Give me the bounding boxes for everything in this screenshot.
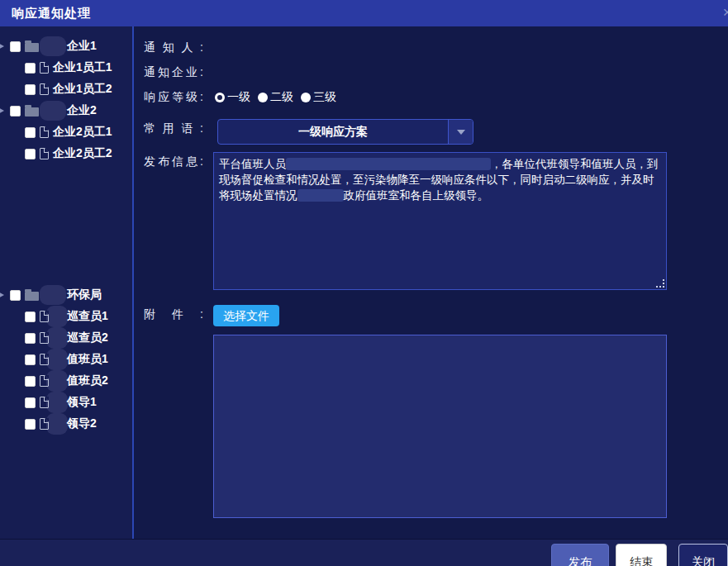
checkbox-duty2[interactable] [25,376,36,387]
redacted-text [286,158,491,170]
checkbox-company2-staff1[interactable] [25,127,36,138]
dialog-titlebar: 响应通知处理 ✕ [0,0,728,26]
file-icon [40,354,49,365]
expand-icon[interactable] [0,42,6,50]
tree-node-label: 企业2员工1 [53,125,112,140]
checkbox-company1[interactable] [10,41,21,52]
checkbox-company2[interactable] [10,106,21,117]
redacted-name [46,306,68,327]
folder-icon [25,107,39,117]
radio-level-2[interactable]: 二级 [258,90,293,105]
tree-node-leader1[interactable]: 领导1 [0,392,132,413]
resize-grip[interactable] [657,280,664,288]
publish-info-label: 发布信息: [144,152,203,169]
expand-icon[interactable] [0,107,6,115]
checkbox-company1-staff2[interactable] [25,84,36,95]
tree-node-company2[interactable]: 企业2 [0,100,132,121]
recipient-tree: 企业1 企业1员工1 企业1员工2 企业2 [0,26,134,539]
checkbox-epa[interactable] [10,290,21,301]
tree-node-label: 企业1员工2 [53,82,112,97]
notify-company-label: 通知企业: [144,63,203,80]
response-level-radios: 一级 二级 三级 [215,88,336,105]
file-icon [40,311,49,322]
tree-node-company2-staff1[interactable]: 企业2员工1 [0,121,132,143]
checkbox-company2-staff2[interactable] [25,149,36,159]
close-icon[interactable]: ✕ [722,6,728,19]
folder-icon [25,292,39,301]
tree-node-label: 巡查员1 [67,309,108,324]
redacted-name [40,285,66,305]
radio-level-1[interactable]: 一级 [215,90,250,105]
radio-label: 三级 [313,90,336,105]
attachment-label: 附件: [144,305,203,322]
tree-node-label: 企业2 [67,103,97,118]
tree-node-label: 值班员1 [67,352,108,367]
radio-dot [301,93,311,102]
redacted-name [46,413,68,435]
field-response-level: 响应等级: 一级 二级 三级 [144,88,718,112]
checkbox-duty1[interactable] [25,354,36,365]
notification-form: 通知人: 通知企业: 响应等级: 一级 二级 [134,26,728,539]
common-phrase-select[interactable]: 一级响应方案 [217,119,473,145]
redacted-name [40,101,66,121]
tree-node-duty2[interactable]: 值班员2 [0,370,132,392]
checkbox-leader1[interactable] [25,397,36,408]
radio-dot [258,93,268,102]
checkbox-company1-staff1[interactable] [25,63,36,74]
file-icon [40,126,49,138]
radio-level-3[interactable]: 三级 [301,90,336,105]
tree-node-label: 巡查员2 [67,331,108,345]
chevron-down-icon[interactable] [448,120,473,144]
field-notify-person: 通知人: [144,38,718,63]
file-icon [40,148,49,159]
common-phrase-value: 一级响应方案 [218,120,448,144]
message-text: 政府值班室和各自上级领导。 [344,189,489,202]
tree-node-label: 企业2员工2 [53,146,112,161]
file-icon [40,418,49,430]
tree-node-inspector1[interactable]: 巡查员1 [0,306,132,327]
file-icon [40,397,49,408]
tree-node-duty1[interactable]: 值班员1 [0,349,132,370]
tree-node-company1[interactable]: 企业1 [0,36,132,57]
notify-person-label: 通知人: [144,38,203,55]
publish-button[interactable]: 发布 [551,544,609,566]
expand-icon[interactable] [0,291,6,299]
response-notification-dialog: 响应通知处理 ✕ 企业1 企业1员工1 企业1员工2 [0,0,728,566]
field-common-phrase: 常用语: 一级响应方案 [144,119,718,145]
tree-node-epa[interactable]: 环保局 [0,284,132,306]
tree-node-company1-staff1[interactable]: 企业1员工1 [0,57,132,78]
file-icon [40,83,49,95]
dialog-footer: 发布 结束 关闭 [0,539,728,566]
redacted-name [46,370,68,392]
tree-node-label: 领导2 [67,416,97,431]
publish-info-textarea[interactable]: 平台值班人员，各单位代班领导和值班人员，到现场督促检查和情况处置，至污染物降至一… [213,152,667,290]
tree-node-label: 领导1 [67,395,97,410]
checkbox-leader2[interactable] [25,419,36,430]
redacted-name [46,327,68,349]
field-publish-info: 发布信息: 平台值班人员，各单位代班领导和值班人员，到现场督促检查和情况处置，至… [144,152,718,290]
tree-node-label: 企业1员工1 [53,60,112,75]
file-icon [40,62,49,74]
tree-node-company1-staff2[interactable]: 企业1员工2 [0,78,132,100]
radio-label: 二级 [270,90,293,105]
tree-node-inspector2[interactable]: 巡查员2 [0,327,132,349]
tree-spacer [0,164,132,284]
end-button[interactable]: 结束 [616,544,667,566]
tree-node-label: 企业1 [67,39,97,54]
response-level-label: 响应等级: [144,88,203,105]
checkbox-inspector1[interactable] [25,312,36,322]
close-button[interactable]: 关闭 [678,544,728,566]
message-text: 平台值班人员 [219,158,286,170]
radio-dot [215,93,225,102]
checkbox-inspector2[interactable] [25,333,36,344]
file-icon [40,375,49,387]
redacted-name [46,392,68,413]
choose-file-button[interactable]: 选择文件 [213,305,279,326]
field-notify-company: 通知企业: [144,63,718,88]
dialog-content: 企业1 企业1员工1 企业1员工2 企业2 [0,26,728,539]
tree-node-leader2[interactable]: 领导2 [0,413,132,435]
redacted-text [297,189,344,202]
attachment-list-box [213,335,667,518]
tree-node-company2-staff2[interactable]: 企业2员工2 [0,143,132,164]
radio-label: 一级 [227,90,250,105]
